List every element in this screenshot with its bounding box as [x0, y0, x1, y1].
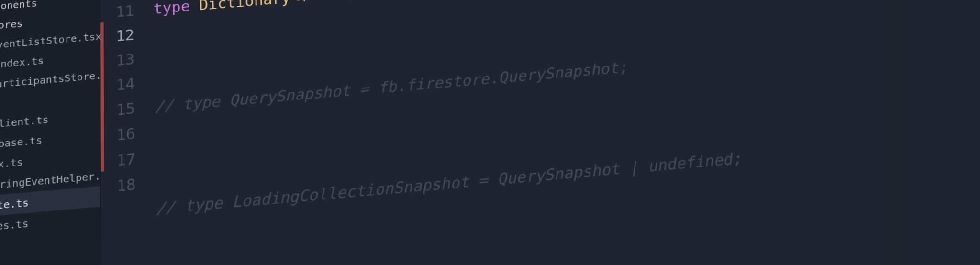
line-number: 12	[104, 22, 146, 50]
tree-item-label: Routes.ts	[0, 217, 29, 235]
tree-item-label: Remote.ts	[0, 196, 29, 213]
line-number: 11	[103, 0, 145, 25]
tree-item-label: components	[0, 0, 37, 14]
line-number: 16	[104, 120, 147, 149]
token-keyword: type	[153, 0, 190, 17]
code-area[interactable]: type Dictionary<T> = { // type QuerySnap…	[144, 0, 777, 265]
line-number: 18	[104, 171, 147, 200]
tree-item-label: index.ts	[0, 156, 23, 173]
token-comment: // type QuerySnapshot = fb.firestore.Que…	[155, 58, 628, 116]
tree-item-label: stores	[0, 18, 23, 33]
code-line[interactable]: // type QuerySnapshot = fb.firestore.Que…	[146, 46, 730, 120]
code-line[interactable]: type Dictionary<T> = {	[145, 0, 717, 22]
tree-item-label: Firebase.ts	[0, 134, 42, 152]
file-explorer-sidebar[interactable]: ▾src▸admin▸api▾components▾stores EventLi…	[0, 0, 101, 265]
line-number: 15	[104, 95, 146, 124]
line-number-gutter: 8 9 10 11 12 13 14 15 16 17 18	[103, 0, 151, 265]
code-line[interactable]: // type LoadingCollectionSnapshot = Quer…	[147, 146, 743, 223]
code-editor[interactable]: 8 9 10 11 12 13 14 15 16 17 18 type Dict…	[100, 0, 980, 265]
line-number: 14	[104, 70, 146, 99]
code-line[interactable]	[149, 249, 757, 265]
token-punc: = {	[317, 0, 355, 4]
tree-item-label: index.ts	[0, 55, 44, 70]
token-type: Dictionary	[199, 0, 291, 13]
token-comment: // type LoadingCollectionSnapshot = Quer…	[156, 149, 743, 218]
line-number: 13	[104, 46, 146, 74]
line-number: 17	[104, 145, 147, 175]
token-generic: <T>	[290, 0, 318, 6]
tree-item-label: APIClient.ts	[0, 113, 49, 132]
